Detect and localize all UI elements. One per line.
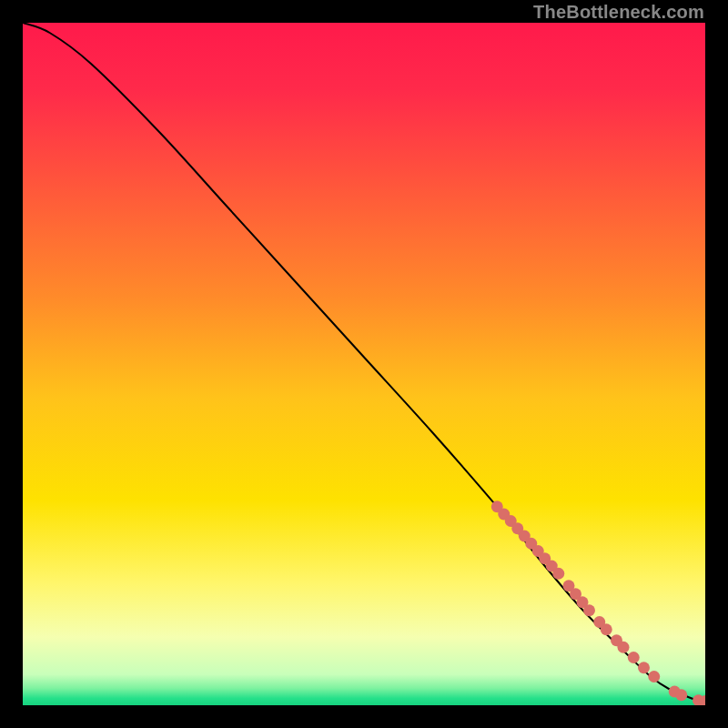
chart-marker bbox=[648, 671, 660, 682]
watermark-text: TheBottleneck.com bbox=[533, 2, 704, 23]
chart-stage: TheBottleneck.com bbox=[0, 0, 728, 728]
chart-svg bbox=[23, 23, 705, 705]
chart-marker bbox=[628, 652, 640, 663]
chart-marker bbox=[552, 568, 564, 580]
chart-marker bbox=[601, 623, 612, 635]
chart-marker bbox=[583, 604, 595, 616]
chart-marker bbox=[638, 662, 650, 673]
chart-marker bbox=[675, 689, 687, 701]
chart-marker bbox=[618, 642, 630, 653]
chart-background-gradient bbox=[23, 23, 705, 705]
chart-plot-area bbox=[23, 23, 705, 705]
